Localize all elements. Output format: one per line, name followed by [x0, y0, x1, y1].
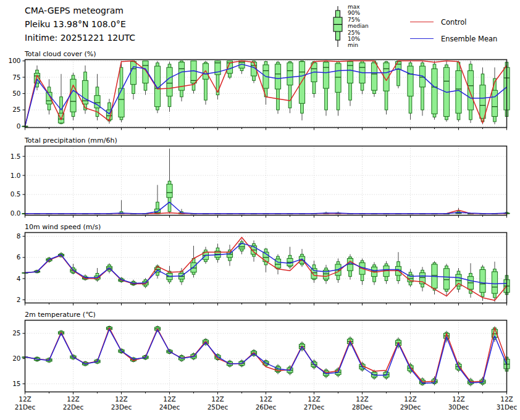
svg-text:12Z: 12Z — [211, 395, 224, 403]
svg-text:12Z: 12Z — [500, 395, 513, 403]
axis-ticks: 0.00.51.01.5 — [10, 153, 507, 218]
svg-text:12Z: 12Z — [67, 395, 80, 403]
svg-text:20: 20 — [12, 355, 20, 362]
grid — [25, 146, 507, 216]
svg-text:25Dec: 25Dec — [208, 403, 229, 411]
svg-text:12Z: 12Z — [115, 395, 128, 403]
svg-text:8: 8 — [17, 232, 21, 240]
meteogram-page: CMA-GEPS meteogram Pleiku 13.98°N 108.0°… — [0, 0, 520, 420]
svg-text:12Z: 12Z — [19, 395, 31, 403]
svg-text:0.5: 0.5 — [10, 190, 21, 198]
svg-text:100: 100 — [8, 57, 20, 64]
svg-text:6: 6 — [17, 253, 21, 261]
svg-text:26Dec: 26Dec — [256, 403, 277, 411]
svg-text:21Dec: 21Dec — [15, 403, 36, 411]
svg-text:15: 15 — [12, 380, 20, 387]
svg-text:1.0: 1.0 — [10, 172, 21, 179]
svg-text:12Z: 12Z — [452, 395, 465, 403]
svg-text:12Z: 12Z — [356, 395, 369, 403]
svg-text:22Dec: 22Dec — [63, 403, 84, 411]
svg-text:12Z: 12Z — [163, 395, 176, 403]
svg-text:31Dec: 31Dec — [497, 403, 518, 411]
boxplots — [22, 61, 510, 127]
svg-text:0.0: 0.0 — [10, 209, 21, 217]
svg-text:25: 25 — [12, 106, 20, 113]
boxplots — [22, 240, 510, 302]
svg-text:0: 0 — [17, 122, 21, 130]
svg-text:2: 2 — [17, 296, 21, 303]
svg-text:12Z: 12Z — [259, 395, 272, 403]
svg-text:28Dec: 28Dec — [352, 403, 373, 411]
svg-text:1.5: 1.5 — [10, 153, 21, 160]
x-axis-labels: 12Z21Dec12Z22Dec12Z23Dec12Z24Dec12Z25Dec… — [15, 395, 518, 411]
svg-text:23Dec: 23Dec — [111, 403, 132, 411]
wind-speed-panel: 2468 — [17, 232, 510, 306]
svg-text:27Dec: 27Dec — [304, 403, 325, 411]
ensemble-mean-series — [25, 202, 507, 214]
svg-text:29Dec: 29Dec — [400, 403, 421, 411]
svg-text:4: 4 — [17, 275, 21, 282]
temperature-panel: 15202512Z21Dec12Z22Dec12Z23Dec12Z24Dec12… — [12, 321, 517, 411]
precipitation-panel: 0.00.51.01.5 — [10, 146, 510, 218]
svg-text:75: 75 — [12, 74, 20, 81]
svg-text:30Dec: 30Dec — [448, 403, 469, 411]
cloud-cover-panel: 0255075100 — [8, 57, 510, 130]
svg-text:24Dec: 24Dec — [159, 403, 180, 411]
svg-text:50: 50 — [12, 90, 20, 97]
meteogram-chart: 02550751000.00.51.01.5246815202512Z21Dec… — [0, 0, 520, 420]
svg-text:12Z: 12Z — [308, 395, 321, 403]
svg-text:12Z: 12Z — [404, 395, 417, 403]
svg-text:25: 25 — [12, 329, 20, 337]
